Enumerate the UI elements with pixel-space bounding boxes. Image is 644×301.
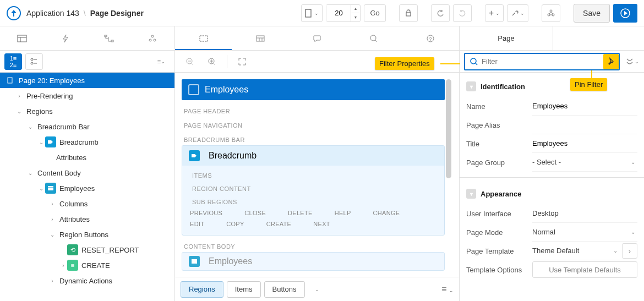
component-view-tab[interactable] <box>232 26 288 50</box>
filter-properties-input[interactable] <box>482 57 603 65</box>
label-page-mode: Page Mode <box>466 228 532 237</box>
tree-reset-report[interactable]: ⟲RESET_REPORT <box>0 242 174 258</box>
scrollbar[interactable] <box>446 79 451 178</box>
tree-content-body[interactable]: ⌄Content Body <box>0 165 174 180</box>
property-tab-page[interactable]: Page <box>460 26 553 50</box>
field-page-template[interactable]: Theme Default <box>532 247 579 255</box>
create-menu-button[interactable]: +⌄ <box>485 4 504 22</box>
processing-tab[interactable] <box>88 26 131 50</box>
chevron-down-icon[interactable]: ⌄ <box>631 159 635 165</box>
slot-region-content: REGION CONTENT <box>192 185 436 192</box>
field-page-alias[interactable] <box>532 121 635 129</box>
tree-dynamic-actions[interactable]: ›Dynamic Actions <box>0 273 174 288</box>
tree-breadcrumb[interactable]: ⌄Breadcrumb <box>0 134 174 150</box>
shared-tab[interactable] <box>131 26 174 50</box>
layout-tab[interactable] <box>175 26 232 50</box>
collapse-icon[interactable]: ▾ <box>466 81 476 91</box>
breadcrumb-app[interactable]: Application 143 <box>26 9 79 18</box>
tree-columns[interactable]: ›Columns <box>0 196 174 211</box>
right-panel: Page ⌄ ▾ Identification Name Page Ali <box>460 26 644 301</box>
go-button[interactable]: Go <box>364 4 385 22</box>
layout-canvas[interactable]: Employees PAGE HEADER PAGE NAVIGATION BR… <box>175 73 459 277</box>
zoom-out-button[interactable] <box>181 53 199 70</box>
page-number-up[interactable]: ▴ <box>351 5 360 13</box>
tree-region-buttons[interactable]: ⌄Region Buttons <box>0 227 174 242</box>
svg-point-12 <box>149 39 151 41</box>
label-user-interface: User Interface <box>466 210 532 218</box>
search-tab[interactable] <box>346 26 402 50</box>
template-go-button[interactable]: › <box>622 243 637 259</box>
section-page-header: PAGE HEADER <box>184 108 445 114</box>
up-icon[interactable] <box>7 6 21 20</box>
gallery-tab-regions[interactable]: Regions <box>181 281 223 298</box>
zoom-in-button[interactable] <box>203 53 221 70</box>
svg-rect-18 <box>8 78 12 83</box>
label-title: Title <box>466 140 532 148</box>
run-button[interactable] <box>613 4 637 23</box>
layout-page-bar[interactable]: Employees <box>182 79 445 100</box>
collapse-icon[interactable]: ▾ <box>466 189 476 199</box>
lock-icon[interactable] <box>399 4 418 22</box>
field-name[interactable] <box>532 102 635 110</box>
breadcrumb-region[interactable]: Breadcrumb ITEMS REGION CONTENT SUB REGI… <box>182 145 445 236</box>
tree-emp-attributes[interactable]: ›Attributes <box>0 211 174 227</box>
sort-by-component-button[interactable] <box>25 53 43 70</box>
chevron-down-icon[interactable]: ⌄ <box>631 229 635 235</box>
chevron-down-icon[interactable]: ⌄ <box>613 248 618 254</box>
sort-by-processing-button[interactable]: 1≡2≡ <box>4 53 22 70</box>
tree-employees[interactable]: ⌄Employees <box>0 180 174 196</box>
section-breadcrumb-bar: BREADCRUMB BAR <box>184 136 445 143</box>
utilities-menu-button[interactable]: ⌄ <box>507 4 528 22</box>
tree-regions[interactable]: ⌄Regions <box>0 103 174 119</box>
template-options-button[interactable]: Use Template Defaults <box>532 261 637 278</box>
svg-rect-10 <box>111 40 113 42</box>
label-page-template: Page Template <box>466 247 532 255</box>
callout-pin-filter: Pin Filter <box>570 78 607 91</box>
save-button[interactable]: Save <box>574 4 610 23</box>
callout-line-1 <box>440 63 460 64</box>
gallery-tab-buttons[interactable]: Buttons <box>264 281 305 298</box>
field-title[interactable] <box>532 139 635 147</box>
gallery-expand-menu[interactable]: ≡ ⌄ <box>441 284 454 294</box>
employees-region[interactable]: Employees <box>182 252 445 271</box>
field-page-group[interactable]: - Select - <box>532 158 561 166</box>
shared-components-icon[interactable] <box>542 4 560 22</box>
gallery-tab-items[interactable]: Items <box>227 281 261 298</box>
layout-page-title: Employees <box>205 85 248 95</box>
dynamic-actions-tab[interactable] <box>43 26 87 50</box>
tree-create-btn[interactable]: ›≡CREATE <box>0 258 174 273</box>
pin-filter-button[interactable] <box>603 54 619 69</box>
go-to-group-menu[interactable]: ⌄ <box>624 54 640 69</box>
gallery-tabs: Regions Items Buttons ⌄ ≡ ⌄ <box>175 277 459 301</box>
slot-row-2: EDIT COPY CREATE NEXT <box>190 218 436 229</box>
svg-point-13 <box>154 39 156 41</box>
svg-line-32 <box>192 63 193 65</box>
breadcrumb-icon <box>189 150 200 161</box>
breadcrumb-page: Page Designer <box>90 9 144 18</box>
svg-text:?: ? <box>429 36 432 42</box>
tree-pre-rendering[interactable]: ›Pre-Rendering <box>0 88 174 103</box>
page-number-box: ▴ ▾ <box>326 4 361 22</box>
gallery-menu-arrow[interactable]: ⌄ <box>315 287 319 292</box>
group-identification[interactable]: ▾ Identification <box>466 76 637 97</box>
messages-tab[interactable] <box>288 26 345 50</box>
expand-button[interactable] <box>233 53 252 70</box>
component-tree[interactable]: Page 20: Employees ›Pre-Rendering ⌄Regio… <box>0 73 174 301</box>
redo-button[interactable] <box>453 4 472 22</box>
field-page-mode[interactable]: Normal <box>532 228 555 236</box>
tree-page-root[interactable]: Page 20: Employees <box>0 73 174 88</box>
svg-rect-1 <box>406 13 411 16</box>
page-number-down[interactable]: ▾ <box>351 13 360 21</box>
help-tab[interactable]: ? <box>402 26 459 50</box>
tree-breadcrumb-bar[interactable]: ⌄Breadcrumb Bar <box>0 119 174 134</box>
group-appearance[interactable]: ▾ Appearance <box>466 183 637 204</box>
label-name: Name <box>466 102 532 111</box>
svg-point-2 <box>550 10 552 12</box>
expand-collapse-menu[interactable]: ≡ ⌄ <box>152 53 170 70</box>
page-number-input[interactable] <box>326 5 351 21</box>
tree-bc-attributes[interactable]: Attributes <box>0 150 174 165</box>
rendering-tab[interactable] <box>0 26 43 50</box>
search-icon <box>470 57 482 66</box>
undo-button[interactable] <box>431 4 450 22</box>
page-selector-button[interactable]: ⌄ <box>301 4 323 22</box>
